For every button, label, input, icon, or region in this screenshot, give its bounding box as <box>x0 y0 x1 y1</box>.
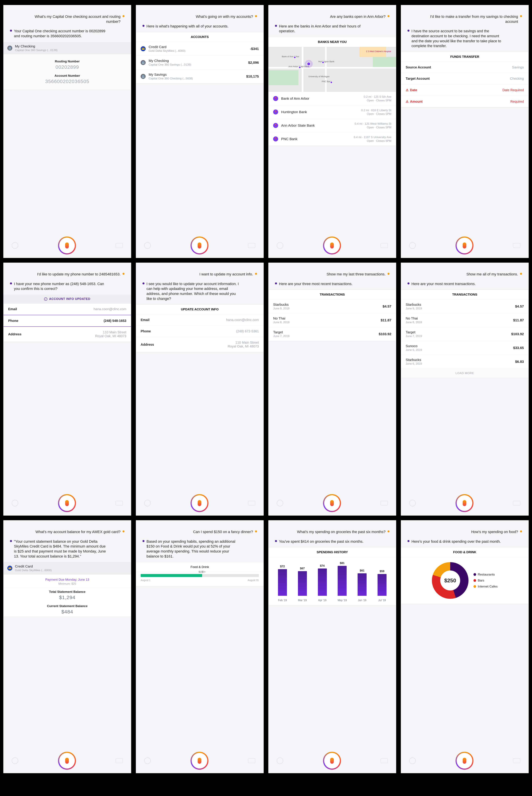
account-row[interactable]: 💳Credit CardGold Delta SkyMiles (...6000… <box>136 42 264 56</box>
screen-transactions-all: Show me all of my transactions. Here are… <box>401 263 529 515</box>
bot-dot-icon <box>407 30 410 32</box>
keyboard-icon[interactable] <box>116 243 123 248</box>
bank-icon: 🏦 <box>7 46 12 51</box>
transaction-row[interactable]: TargetJune 7, 2019$103.92 <box>401 327 529 341</box>
keyboard-icon[interactable] <box>248 243 255 248</box>
bank-row[interactable]: 📍Bank of Ann Arbor 0.2 mi · 125 S 5th Av… <box>268 92 396 105</box>
settings-icon[interactable] <box>409 757 416 764</box>
date-field[interactable]: ⚠DateDate Required <box>401 84 529 96</box>
spending-progress: $150+ August 1 August 31 <box>136 572 264 586</box>
account-row[interactable]: 🏦My SavingsCapital One 360 Checking (...… <box>136 70 264 83</box>
account-number-value: 356600202036505 <box>3 78 131 84</box>
load-more-button[interactable]: LOAD MORE <box>401 369 529 378</box>
mic-button[interactable] <box>191 237 208 254</box>
settings-icon[interactable] <box>144 500 151 506</box>
account-row[interactable]: 🏦My CheckingCapital One 360 Savings (...… <box>136 56 264 70</box>
mic-button[interactable] <box>324 237 340 254</box>
legend-dot-icon <box>474 579 476 582</box>
phone-field-highlighted[interactable]: Phone(248) 548-1653 <box>3 315 131 327</box>
mic-button[interactable] <box>456 753 473 769</box>
settings-icon[interactable] <box>12 757 18 764</box>
address-field[interactable]: Address110 Main StreetRoyal Oak, MI 4807… <box>136 337 264 352</box>
transaction-row[interactable]: StarbucksJune 9, 2019$4.57 <box>401 300 529 313</box>
transaction-row[interactable]: TargetJune 7, 2019$103.92 <box>268 327 396 341</box>
bank-icon: 🏦 <box>141 74 146 79</box>
map-pin-icon[interactable] <box>322 61 324 64</box>
settings-icon[interactable] <box>144 757 151 764</box>
bar <box>318 568 327 596</box>
keyboard-icon[interactable] <box>513 758 520 763</box>
settings-icon[interactable] <box>12 242 18 249</box>
target-account-field[interactable]: Target AccountChecking <box>401 73 529 84</box>
mic-button[interactable] <box>191 495 208 511</box>
keyboard-icon[interactable] <box>381 501 388 505</box>
user-dot-icon <box>122 530 125 532</box>
keyboard-icon[interactable] <box>116 758 123 763</box>
bot-dot-icon <box>10 30 12 32</box>
mic-button[interactable] <box>324 495 340 511</box>
bar <box>358 573 366 596</box>
mic-button[interactable] <box>59 237 75 254</box>
transaction-row[interactable]: No ThaiJune 8, 2019$11.87 <box>401 313 529 327</box>
legend-item: Internet Cafes <box>474 585 498 588</box>
source-account-field[interactable]: Source AccountSavings <box>401 62 529 73</box>
phone-field[interactable]: Phone(248) 672-5361 <box>136 326 264 337</box>
keyboard-icon[interactable] <box>381 758 388 763</box>
chart-legend: RestaurantsBarsInternet Cafes <box>474 573 498 588</box>
minimum-note: Minimum: $25 <box>3 582 131 588</box>
user-message: What's my Capital One checking account a… <box>10 14 125 24</box>
account-card[interactable]: 🏦 My Checking Capital One 360 Savings (.… <box>3 42 131 54</box>
bot-dot-icon <box>142 25 145 27</box>
settings-icon[interactable] <box>409 500 416 506</box>
mic-button[interactable] <box>191 753 208 769</box>
bot-dot-icon <box>10 540 12 542</box>
bank-row[interactable]: 📍Ann Arbor State Bank 0.4 mi · 125 West … <box>268 119 396 132</box>
keyboard-icon[interactable] <box>248 758 255 763</box>
bot-dot-icon <box>407 540 410 542</box>
mic-button[interactable] <box>59 495 75 511</box>
keyboard-icon[interactable] <box>381 243 388 248</box>
bank-row[interactable]: 📍PNC Bank 0.4 mi · 1107 S University Ave… <box>268 132 396 146</box>
bot-dot-icon <box>275 25 277 27</box>
screen-banks-near-you: Are any banks open in Ann Arbor? Here ar… <box>268 5 396 258</box>
user-dot-icon <box>122 273 125 275</box>
map-pin-icon[interactable] <box>299 66 301 69</box>
address-field[interactable]: Address110 Main StreetRoyal Oak, MI 4807… <box>3 327 131 342</box>
transaction-row[interactable]: StarbucksJune 6, 2019$6.83 <box>401 355 529 369</box>
transaction-row[interactable]: SunocoJune 6, 2019$33.65 <box>401 341 529 355</box>
mic-button[interactable] <box>324 753 340 769</box>
keyboard-icon[interactable] <box>116 501 123 505</box>
transaction-row[interactable]: No ThaiJune 8, 2019$11.87 <box>268 313 396 327</box>
mic-button[interactable] <box>456 495 473 511</box>
settings-icon[interactable] <box>144 242 151 249</box>
mic-button[interactable] <box>456 237 473 254</box>
keyboard-icon[interactable] <box>248 501 255 505</box>
map-pin-current-icon[interactable] <box>307 62 311 66</box>
transaction-row[interactable]: StarbucksJune 9, 2019$4.57 <box>268 300 396 313</box>
bot-dot-icon <box>142 540 145 542</box>
keyboard-icon[interactable] <box>513 501 520 505</box>
settings-icon[interactable] <box>277 242 283 249</box>
map-pin-icon[interactable] <box>330 81 332 84</box>
credit-card-header[interactable]: 💳 Credit CardGold Delta SkyMiles (...600… <box>3 562 131 574</box>
settings-icon[interactable] <box>277 500 283 506</box>
map-view[interactable]: Bank of Ann Arbor Ann Arbor State Bank H… <box>268 47 396 92</box>
card-icon: 💳 <box>141 46 146 51</box>
mic-button[interactable] <box>59 753 75 769</box>
card-icon: 💳 <box>7 566 12 571</box>
settings-icon[interactable] <box>12 500 18 506</box>
amount-field[interactable]: ⚠AmountRequired <box>401 96 529 107</box>
email-field[interactable]: Emailhana.coon@clinc.com <box>3 304 131 315</box>
keyboard-icon[interactable] <box>513 243 520 248</box>
settings-icon[interactable] <box>409 242 416 249</box>
user-dot-icon <box>387 15 390 17</box>
settings-icon[interactable] <box>277 757 283 764</box>
email-field[interactable]: Emailhana.coon@clinc.com <box>136 314 264 326</box>
bar <box>298 571 307 596</box>
legend-item: Restaurants <box>474 573 498 576</box>
bank-row[interactable]: 📍Huntington Bank 0.2 mi · 616 E Liberty … <box>268 105 396 119</box>
user-dot-icon <box>520 273 522 275</box>
map-pin-icon[interactable] <box>293 56 296 59</box>
screen-spending-history: What's my spending on groceries the past… <box>268 520 396 773</box>
user-dot-icon <box>255 273 257 275</box>
